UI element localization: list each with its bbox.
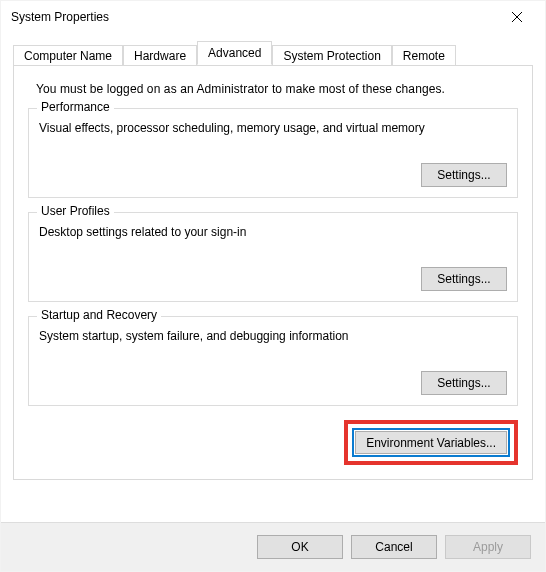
close-icon: [512, 12, 522, 22]
group-performance-desc: Visual effects, processor scheduling, me…: [39, 121, 507, 135]
env-vars-row: Environment Variables...: [28, 420, 518, 465]
user-profiles-settings-button[interactable]: Settings...: [421, 267, 507, 291]
group-startup-recovery-legend: Startup and Recovery: [37, 308, 161, 322]
apply-button[interactable]: Apply: [445, 535, 531, 559]
tab-advanced[interactable]: Advanced: [197, 41, 272, 65]
group-startup-recovery: Startup and Recovery System startup, sys…: [28, 316, 518, 406]
ok-button[interactable]: OK: [257, 535, 343, 559]
group-user-profiles: User Profiles Desktop settings related t…: [28, 212, 518, 302]
tab-panel-advanced: You must be logged on as an Administrato…: [13, 65, 533, 480]
window-title: System Properties: [11, 10, 109, 24]
cancel-button[interactable]: Cancel: [351, 535, 437, 559]
dialog-footer: OK Cancel Apply: [1, 522, 545, 571]
admin-notice: You must be logged on as an Administrato…: [36, 82, 518, 96]
performance-settings-button[interactable]: Settings...: [421, 163, 507, 187]
tab-strip: Computer Name Hardware Advanced System P…: [13, 41, 533, 65]
focus-ring: Environment Variables...: [352, 428, 510, 457]
group-user-profiles-legend: User Profiles: [37, 204, 114, 218]
startup-recovery-settings-button[interactable]: Settings...: [421, 371, 507, 395]
tab-computer-name[interactable]: Computer Name: [13, 45, 123, 66]
group-user-profiles-desc: Desktop settings related to your sign-in: [39, 225, 507, 239]
group-performance-legend: Performance: [37, 100, 114, 114]
dialog-body: Computer Name Hardware Advanced System P…: [1, 33, 545, 492]
tab-remote[interactable]: Remote: [392, 45, 456, 66]
title-bar: System Properties: [1, 1, 545, 33]
tab-system-protection[interactable]: System Protection: [272, 45, 391, 66]
environment-variables-button[interactable]: Environment Variables...: [355, 431, 507, 454]
highlight-box: Environment Variables...: [344, 420, 518, 465]
tab-hardware[interactable]: Hardware: [123, 45, 197, 66]
group-startup-recovery-desc: System startup, system failure, and debu…: [39, 329, 507, 343]
close-button[interactable]: [495, 2, 539, 32]
group-performance: Performance Visual effects, processor sc…: [28, 108, 518, 198]
